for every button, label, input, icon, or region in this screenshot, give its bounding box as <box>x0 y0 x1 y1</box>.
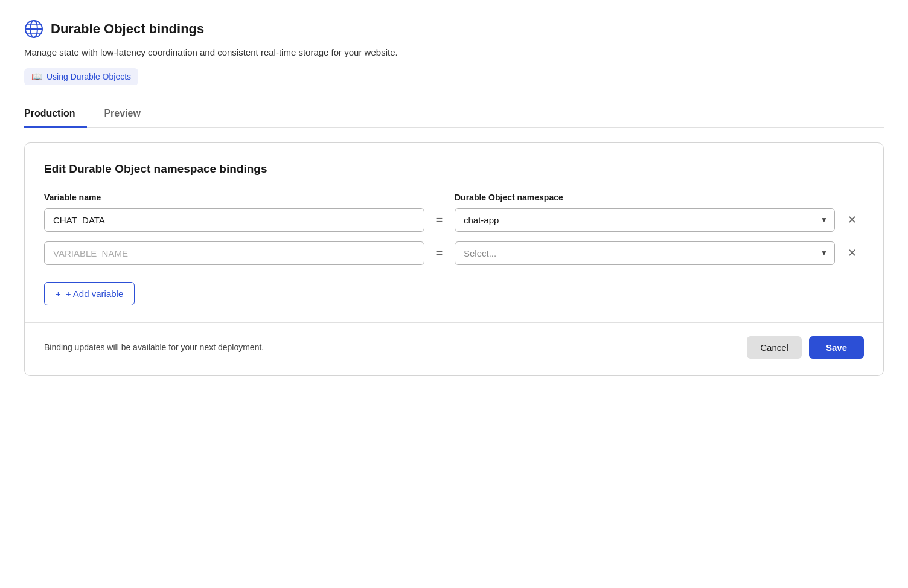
variable-name-input-2[interactable] <box>44 241 424 265</box>
card-footer: Binding updates will be available for yo… <box>44 323 864 375</box>
remove-row-1-button[interactable]: ✕ <box>840 211 864 229</box>
binding-row-2: = Select... ▼ ✕ <box>44 241 864 265</box>
tab-preview[interactable]: Preview <box>104 102 152 128</box>
doc-link-text: Using Durable Objects <box>46 72 131 81</box>
footer-actions: Cancel Save <box>747 336 864 359</box>
save-button[interactable]: Save <box>809 336 864 359</box>
tabs: Production Preview <box>24 102 884 128</box>
plus-icon: + <box>56 289 61 299</box>
remove-row-2-button[interactable]: ✕ <box>840 244 864 262</box>
variable-name-input-1[interactable] <box>44 208 424 232</box>
doc-link[interactable]: 📖 Using Durable Objects <box>24 68 138 85</box>
bindings-card: Edit Durable Object namespace bindings V… <box>24 142 884 376</box>
namespace-select-wrapper-1: chat-app ▼ <box>455 208 835 232</box>
add-variable-label: + Add variable <box>66 289 124 299</box>
card-title: Edit Durable Object namespace bindings <box>44 162 864 176</box>
globe-icon <box>24 19 43 39</box>
equals-sign-1: = <box>424 214 455 226</box>
namespace-select-2[interactable]: Select... <box>455 241 835 265</box>
page-description: Manage state with low-latency coordinati… <box>24 46 884 60</box>
col-header-variable: Variable name <box>44 193 424 202</box>
binding-row-1: = chat-app ▼ ✕ <box>44 208 864 232</box>
tab-production[interactable]: Production <box>24 102 87 128</box>
namespace-select-wrapper-2: Select... ▼ <box>455 241 835 265</box>
cancel-button[interactable]: Cancel <box>747 336 802 359</box>
equals-sign-2: = <box>424 247 455 260</box>
column-headers: Variable name Durable Object namespace <box>44 193 864 202</box>
doc-icon: 📖 <box>31 71 43 82</box>
page-header: Durable Object bindings <box>24 19 884 39</box>
page-title: Durable Object bindings <box>51 21 204 37</box>
footer-note: Binding updates will be available for yo… <box>44 342 264 352</box>
namespace-select-1[interactable]: chat-app <box>455 208 835 232</box>
col-header-namespace: Durable Object namespace <box>455 193 835 202</box>
add-variable-button[interactable]: + + Add variable <box>44 282 135 305</box>
